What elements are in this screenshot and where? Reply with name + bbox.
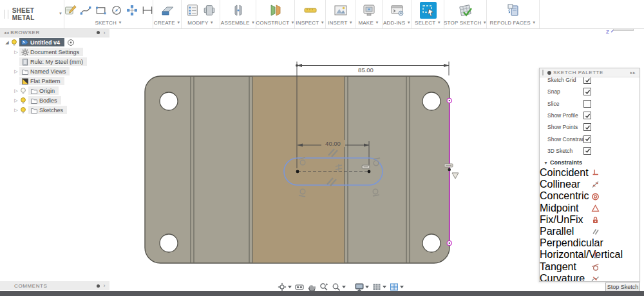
display-settings-button[interactable] bbox=[354, 282, 370, 291]
constraint-curvature[interactable]: Curvature bbox=[540, 273, 639, 281]
collapsed-triangle-icon[interactable]: ▷ bbox=[13, 50, 19, 55]
sketch-menu[interactable]: SKETCH ▼ bbox=[95, 20, 122, 27]
sketch-point-right[interactable] bbox=[368, 170, 371, 173]
active-sketch-face[interactable] bbox=[252, 76, 345, 263]
collapsed-triangle-icon[interactable]: ▷ bbox=[13, 88, 19, 94]
construct-menu[interactable]: CONSTRUCT ▼ bbox=[256, 20, 294, 27]
pan-button[interactable] bbox=[307, 282, 317, 291]
fit-button[interactable] bbox=[331, 282, 346, 291]
tree-row-flat-pattern[interactable]: Flat Pattern bbox=[0, 76, 109, 86]
checked-checkbox[interactable] bbox=[583, 77, 591, 84]
fix-unfix-icon[interactable] bbox=[591, 215, 600, 224]
expand-triangle-icon[interactable]: ◢ bbox=[4, 40, 10, 45]
modify-menu[interactable]: MODIFY ▼ bbox=[187, 20, 214, 27]
constraint-concentric[interactable]: Concentric bbox=[540, 190, 639, 202]
viewports-button[interactable] bbox=[389, 282, 404, 291]
collinear-icon[interactable] bbox=[591, 181, 600, 189]
constraint-parallel[interactable]: Parallel bbox=[540, 226, 639, 237]
unchecked-checkbox[interactable] bbox=[583, 100, 591, 108]
sketch-point-left[interactable] bbox=[296, 170, 299, 173]
sketch-dimension-icon[interactable] bbox=[141, 4, 154, 17]
panel-chevron-icon[interactable]: › bbox=[103, 30, 106, 36]
construction-plane-icon[interactable] bbox=[268, 3, 283, 18]
workspace-selector[interactable]: SHEET METAL ▼ bbox=[0, 0, 64, 28]
tree-row-bodies[interactable]: ▷ Bodies bbox=[0, 95, 109, 105]
make-menu[interactable]: MAKE ▼ bbox=[358, 20, 379, 27]
constraints-section-header[interactable]: ▼ Constraints bbox=[540, 158, 639, 167]
root-component-selected[interactable]: Untitled v4 bbox=[19, 38, 64, 46]
palette-header[interactable]: SKETCH PALETTE ▸▸ bbox=[540, 68, 639, 77]
collapsed-triangle-icon[interactable]: ▷ bbox=[13, 98, 19, 103]
select-menu[interactable]: SELECT ▼ bbox=[415, 20, 441, 27]
visibility-bulb-off-icon[interactable] bbox=[19, 87, 27, 95]
parallel-icon[interactable] bbox=[591, 228, 600, 236]
constraint-fix-unfix[interactable]: Fix/UnFix bbox=[540, 214, 639, 226]
grid-snaps-button[interactable] bbox=[372, 282, 387, 291]
comments-bar[interactable]: COMMENTS › bbox=[0, 281, 109, 290]
tree-row-sketches[interactable]: ▷ Sketches bbox=[0, 105, 109, 115]
checked-checkbox[interactable] bbox=[583, 123, 591, 131]
constraint-coincident[interactable]: Coincident bbox=[540, 167, 639, 179]
constraint-midpoint[interactable]: Midpoint bbox=[540, 202, 639, 214]
spline-icon[interactable] bbox=[79, 4, 92, 17]
tree-row-named-views[interactable]: ▷ Named Views bbox=[0, 66, 109, 76]
horizontal-vertical-icon[interactable] bbox=[591, 251, 600, 259]
add-ins-menu[interactable]: ADD-INS ▼ bbox=[383, 20, 411, 27]
visibility-bulb-icon[interactable] bbox=[10, 39, 18, 46]
panel-chevron-icon[interactable]: › bbox=[103, 282, 106, 289]
browser-header[interactable]: ◂◂ BROWSER › bbox=[0, 28, 109, 37]
midpoint-icon[interactable] bbox=[591, 204, 600, 212]
checked-checkbox[interactable] bbox=[583, 112, 591, 119]
perpendicular-icon[interactable] bbox=[591, 239, 600, 248]
scripts-addins-icon[interactable] bbox=[390, 3, 405, 18]
sheet-metal-rules-icon[interactable] bbox=[185, 3, 200, 17]
refold-faces-menu[interactable]: REFOLD FACES ▼ bbox=[490, 20, 536, 27]
dimension-85-value[interactable]: 85.00 bbox=[358, 66, 374, 74]
tree-row-document-settings[interactable]: ▷ Document Settings bbox=[0, 47, 109, 57]
constraint-collinear[interactable]: Collinear bbox=[540, 179, 639, 190]
curvature-icon[interactable] bbox=[591, 274, 600, 281]
coincident-icon[interactable] bbox=[591, 169, 600, 177]
panel-dot-icon[interactable] bbox=[97, 31, 100, 34]
rectangle-icon[interactable] bbox=[95, 4, 108, 17]
dimension-40-value[interactable]: 40.00 bbox=[325, 140, 341, 147]
tree-row-rule[interactable]: Rule: My Steel (mm) bbox=[0, 57, 109, 66]
concentric-icon[interactable] bbox=[591, 192, 600, 201]
insert-menu[interactable]: INSERT ▼ bbox=[328, 20, 353, 27]
inspect-menu[interactable]: INSPECT ▼ bbox=[296, 20, 325, 27]
tree-row-root[interactable]: ◢ Untitled v4 bbox=[0, 37, 109, 47]
tree-row-origin[interactable]: ▷ Origin bbox=[0, 86, 109, 95]
create-sketch-icon[interactable] bbox=[64, 4, 77, 17]
zoom-button[interactable] bbox=[319, 282, 329, 291]
checked-checkbox[interactable] bbox=[583, 88, 591, 95]
create-menu[interactable]: CREATE ▼ bbox=[154, 20, 181, 27]
tangent-icon[interactable] bbox=[591, 262, 600, 271]
look-at-button[interactable] bbox=[294, 282, 305, 291]
collapsed-triangle-icon[interactable]: ▷ bbox=[13, 108, 19, 113]
checked-checkbox[interactable] bbox=[583, 135, 591, 143]
refold-faces-icon[interactable] bbox=[506, 3, 521, 18]
flange-icon[interactable] bbox=[160, 3, 175, 18]
visibility-bulb-icon[interactable] bbox=[19, 97, 27, 104]
circle-icon[interactable] bbox=[110, 4, 123, 17]
collapsed-triangle-icon[interactable]: ▷ bbox=[13, 69, 19, 74]
assemble-menu[interactable]: ASSEMBLE ▼ bbox=[221, 20, 255, 27]
sketch-pattern-icon[interactable] bbox=[126, 4, 138, 17]
visibility-bulb-icon[interactable] bbox=[19, 106, 27, 114]
measure-icon[interactable] bbox=[303, 3, 318, 18]
constraint-tangent[interactable]: Tangent bbox=[540, 261, 639, 273]
stop-sketch-icon[interactable] bbox=[458, 3, 473, 18]
checked-checkbox[interactable] bbox=[583, 147, 591, 155]
3d-print-icon[interactable] bbox=[361, 3, 377, 18]
canvas-image-icon[interactable] bbox=[333, 3, 348, 18]
orbit-button[interactable] bbox=[277, 282, 292, 291]
select-icon[interactable] bbox=[420, 2, 437, 19]
unfold-icon[interactable] bbox=[202, 3, 216, 17]
joint-icon[interactable] bbox=[231, 3, 246, 18]
stop-sketch-menu[interactable]: STOP SKETCH ▼ bbox=[444, 20, 487, 27]
revision-icon[interactable] bbox=[67, 39, 75, 46]
constraint-perpendicular[interactable]: Perpendicular bbox=[540, 237, 639, 249]
collapse-left-icon[interactable]: ◂◂ bbox=[4, 30, 9, 35]
constraint-horizontal-vertical[interactable]: Horizontal/Vertical bbox=[540, 249, 639, 261]
collapse-right-icon[interactable]: ▸▸ bbox=[630, 70, 636, 75]
